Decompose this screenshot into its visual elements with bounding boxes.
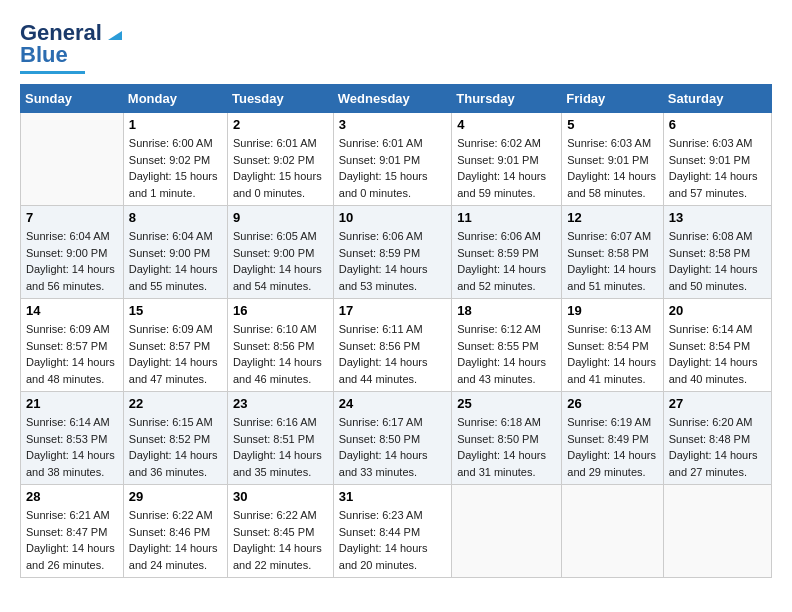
daylight-text: Daylight: 14 hours and 27 minutes. [669,449,758,478]
day-info: Sunrise: 6:05 AM Sunset: 9:00 PM Dayligh… [233,228,328,294]
day-info: Sunrise: 6:18 AM Sunset: 8:50 PM Dayligh… [457,414,556,480]
day-number: 13 [669,210,766,225]
sunrise-text: Sunrise: 6:09 AM [129,323,213,335]
calendar-cell: 27 Sunrise: 6:20 AM Sunset: 8:48 PM Dayl… [663,392,771,485]
sunrise-text: Sunrise: 6:12 AM [457,323,541,335]
calendar-cell [21,113,124,206]
sunrise-text: Sunrise: 6:18 AM [457,416,541,428]
calendar-cell: 11 Sunrise: 6:06 AM Sunset: 8:59 PM Dayl… [452,206,562,299]
calendar-cell: 4 Sunrise: 6:02 AM Sunset: 9:01 PM Dayli… [452,113,562,206]
day-info: Sunrise: 6:03 AM Sunset: 9:01 PM Dayligh… [669,135,766,201]
calendar-cell [562,485,663,578]
day-number: 23 [233,396,328,411]
calendar-cell: 2 Sunrise: 6:01 AM Sunset: 9:02 PM Dayli… [227,113,333,206]
day-info: Sunrise: 6:01 AM Sunset: 9:01 PM Dayligh… [339,135,446,201]
calendar-cell: 30 Sunrise: 6:22 AM Sunset: 8:45 PM Dayl… [227,485,333,578]
sunset-text: Sunset: 8:51 PM [233,433,314,445]
calendar-week-1: 1 Sunrise: 6:00 AM Sunset: 9:02 PM Dayli… [21,113,772,206]
sunrise-text: Sunrise: 6:15 AM [129,416,213,428]
day-info: Sunrise: 6:12 AM Sunset: 8:55 PM Dayligh… [457,321,556,387]
sunset-text: Sunset: 9:00 PM [26,247,107,259]
day-number: 27 [669,396,766,411]
daylight-text: Daylight: 15 hours and 1 minute. [129,170,218,199]
sunrise-text: Sunrise: 6:05 AM [233,230,317,242]
sunrise-text: Sunrise: 6:06 AM [457,230,541,242]
daylight-text: Daylight: 14 hours and 55 minutes. [129,263,218,292]
daylight-text: Daylight: 15 hours and 0 minutes. [339,170,428,199]
day-info: Sunrise: 6:01 AM Sunset: 9:02 PM Dayligh… [233,135,328,201]
sunrise-text: Sunrise: 6:01 AM [233,137,317,149]
sunset-text: Sunset: 9:01 PM [567,154,648,166]
day-number: 26 [567,396,657,411]
logo: General Blue [20,20,126,74]
day-number: 25 [457,396,556,411]
sunset-text: Sunset: 8:52 PM [129,433,210,445]
sunrise-text: Sunrise: 6:09 AM [26,323,110,335]
day-number: 15 [129,303,222,318]
day-number: 28 [26,489,118,504]
sunset-text: Sunset: 8:58 PM [669,247,750,259]
day-info: Sunrise: 6:21 AM Sunset: 8:47 PM Dayligh… [26,507,118,573]
day-number: 21 [26,396,118,411]
day-number: 24 [339,396,446,411]
daylight-text: Daylight: 14 hours and 48 minutes. [26,356,115,385]
sunrise-text: Sunrise: 6:03 AM [567,137,651,149]
day-info: Sunrise: 6:00 AM Sunset: 9:02 PM Dayligh… [129,135,222,201]
svg-marker-0 [108,31,122,40]
calendar-cell: 28 Sunrise: 6:21 AM Sunset: 8:47 PM Dayl… [21,485,124,578]
daylight-text: Daylight: 14 hours and 33 minutes. [339,449,428,478]
sunset-text: Sunset: 9:02 PM [129,154,210,166]
day-info: Sunrise: 6:14 AM Sunset: 8:54 PM Dayligh… [669,321,766,387]
calendar-cell: 17 Sunrise: 6:11 AM Sunset: 8:56 PM Dayl… [333,299,451,392]
logo-text-blue: Blue [20,42,68,68]
calendar-cell: 10 Sunrise: 6:06 AM Sunset: 8:59 PM Dayl… [333,206,451,299]
day-number: 9 [233,210,328,225]
sunrise-text: Sunrise: 6:19 AM [567,416,651,428]
header-wednesday: Wednesday [333,85,451,113]
daylight-text: Daylight: 14 hours and 58 minutes. [567,170,656,199]
calendar-cell: 31 Sunrise: 6:23 AM Sunset: 8:44 PM Dayl… [333,485,451,578]
sunrise-text: Sunrise: 6:10 AM [233,323,317,335]
sunrise-text: Sunrise: 6:13 AM [567,323,651,335]
day-info: Sunrise: 6:04 AM Sunset: 9:00 PM Dayligh… [26,228,118,294]
sunrise-text: Sunrise: 6:00 AM [129,137,213,149]
calendar-cell: 5 Sunrise: 6:03 AM Sunset: 9:01 PM Dayli… [562,113,663,206]
calendar-cell: 13 Sunrise: 6:08 AM Sunset: 8:58 PM Dayl… [663,206,771,299]
day-info: Sunrise: 6:10 AM Sunset: 8:56 PM Dayligh… [233,321,328,387]
sunset-text: Sunset: 8:57 PM [26,340,107,352]
day-number: 11 [457,210,556,225]
day-number: 8 [129,210,222,225]
calendar-header-row: SundayMondayTuesdayWednesdayThursdayFrid… [21,85,772,113]
sunrise-text: Sunrise: 6:02 AM [457,137,541,149]
daylight-text: Daylight: 14 hours and 59 minutes. [457,170,546,199]
daylight-text: Daylight: 14 hours and 56 minutes. [26,263,115,292]
sunrise-text: Sunrise: 6:07 AM [567,230,651,242]
calendar-cell [663,485,771,578]
day-info: Sunrise: 6:07 AM Sunset: 8:58 PM Dayligh… [567,228,657,294]
sunset-text: Sunset: 9:02 PM [233,154,314,166]
day-number: 2 [233,117,328,132]
sunrise-text: Sunrise: 6:14 AM [669,323,753,335]
header-tuesday: Tuesday [227,85,333,113]
daylight-text: Daylight: 14 hours and 53 minutes. [339,263,428,292]
daylight-text: Daylight: 14 hours and 51 minutes. [567,263,656,292]
day-info: Sunrise: 6:08 AM Sunset: 8:58 PM Dayligh… [669,228,766,294]
day-number: 14 [26,303,118,318]
calendar-cell: 21 Sunrise: 6:14 AM Sunset: 8:53 PM Dayl… [21,392,124,485]
sunset-text: Sunset: 8:59 PM [339,247,420,259]
daylight-text: Daylight: 14 hours and 24 minutes. [129,542,218,571]
sunset-text: Sunset: 8:54 PM [567,340,648,352]
day-number: 19 [567,303,657,318]
daylight-text: Daylight: 14 hours and 22 minutes. [233,542,322,571]
calendar-cell: 14 Sunrise: 6:09 AM Sunset: 8:57 PM Dayl… [21,299,124,392]
sunset-text: Sunset: 8:57 PM [129,340,210,352]
calendar-cell: 25 Sunrise: 6:18 AM Sunset: 8:50 PM Dayl… [452,392,562,485]
calendar-cell: 26 Sunrise: 6:19 AM Sunset: 8:49 PM Dayl… [562,392,663,485]
sunset-text: Sunset: 8:55 PM [457,340,538,352]
calendar-cell [452,485,562,578]
day-number: 4 [457,117,556,132]
daylight-text: Daylight: 14 hours and 20 minutes. [339,542,428,571]
calendar-week-5: 28 Sunrise: 6:21 AM Sunset: 8:47 PM Dayl… [21,485,772,578]
header-thursday: Thursday [452,85,562,113]
calendar-cell: 8 Sunrise: 6:04 AM Sunset: 9:00 PM Dayli… [123,206,227,299]
